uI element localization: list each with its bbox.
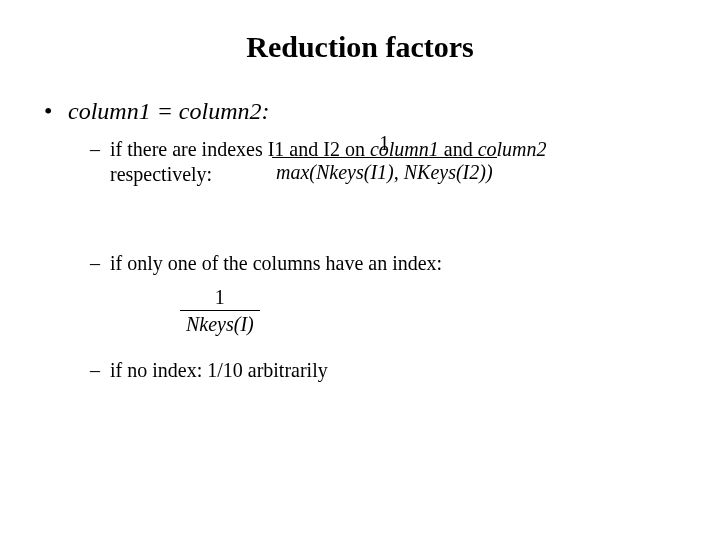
subbullet-one-index: if only one of the columns have an index…	[40, 251, 680, 276]
bullet-label: column1 = column2:	[68, 98, 270, 124]
bullet-column-equality: column1 = column2:	[40, 98, 680, 125]
spacer	[40, 187, 680, 243]
fraction-one-index: 1 Nkeys(I)	[180, 286, 260, 336]
subbullet-no-index: if no index: 1/10 arbitrarily	[40, 358, 680, 383]
fraction-numerator: 1	[272, 131, 497, 157]
fraction-denominator: max(Nkeys(I1), NKeys(I2))	[272, 157, 497, 185]
fraction-denominator: Nkeys(I)	[180, 310, 260, 336]
subbullet-both-indexes: if there are indexes I1 and I2 on column…	[40, 137, 680, 187]
slide: Reduction factors column1 = column2: if …	[0, 0, 720, 540]
text-respectively: respectively:	[110, 163, 212, 185]
fraction-one-index-block: 1 Nkeys(I)	[180, 286, 680, 336]
fraction-numerator: 1	[180, 286, 260, 310]
slide-title: Reduction factors	[40, 30, 680, 64]
text-no-index: if no index: 1/10 arbitrarily	[110, 359, 328, 381]
fraction-both-indexes: 1 max(Nkeys(I1), NKeys(I2))	[272, 131, 497, 185]
text-one-index: if only one of the columns have an index…	[110, 252, 442, 274]
